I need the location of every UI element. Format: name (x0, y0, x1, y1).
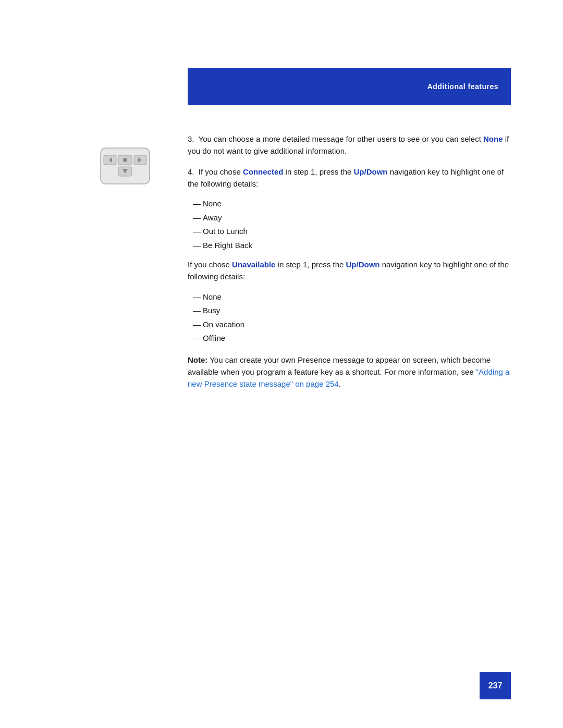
bullet-none-1: None (193, 198, 511, 210)
step-4-text: If you chose Connected in step 1, press … (188, 167, 504, 188)
unavailable-keyword: Unavailable (232, 260, 275, 269)
bullet-on-vacation: On vacation (193, 319, 511, 331)
page-number: 237 (488, 681, 503, 690)
updown-keyword-2: Up/Down (346, 260, 380, 269)
device-image (91, 140, 159, 192)
svg-point-4 (123, 158, 127, 162)
bullet-be-right-back: Be Right Back (193, 240, 511, 252)
header-title: Additional features (427, 82, 498, 91)
presence-state-link[interactable]: "Adding a new Presence state message" on… (188, 367, 509, 388)
bullet-out-to-lunch: Out to Lunch (193, 226, 511, 238)
step-4-number: 4. (188, 167, 199, 176)
note-label: Note: (188, 355, 207, 364)
navigation-keypad-icon (96, 144, 154, 188)
bullet-none-2: None (193, 291, 511, 303)
bullet-away: Away (193, 212, 511, 224)
none-keyword: None (483, 134, 503, 143)
header-bar: Additional features (188, 68, 511, 105)
step-3: 3. You can choose a more detailed messag… (188, 133, 511, 157)
content-area: 3. You can choose a more detailed messag… (188, 133, 511, 390)
step-4: 4. If you chose Connected in step 1, pre… (188, 166, 511, 190)
bullet-busy: Busy (193, 305, 511, 317)
step-3-text: You can choose a more detailed message f… (188, 134, 509, 155)
updown-keyword-1: Up/Down (354, 167, 388, 176)
page-number-box: 237 (480, 672, 511, 699)
unavailable-bullets: None Busy On vacation Offline (193, 291, 511, 344)
connected-keyword: Connected (243, 167, 284, 176)
connected-bullets: None Away Out to Lunch Be Right Back (193, 198, 511, 251)
step-3-number: 3. (188, 134, 199, 143)
svg-rect-0 (101, 148, 150, 184)
note-paragraph: Note: You can create your own Presence m… (188, 354, 511, 390)
bullet-offline: Offline (193, 332, 511, 344)
unavailable-paragraph: If you chose Unavailable in step 1, pres… (188, 258, 511, 283)
